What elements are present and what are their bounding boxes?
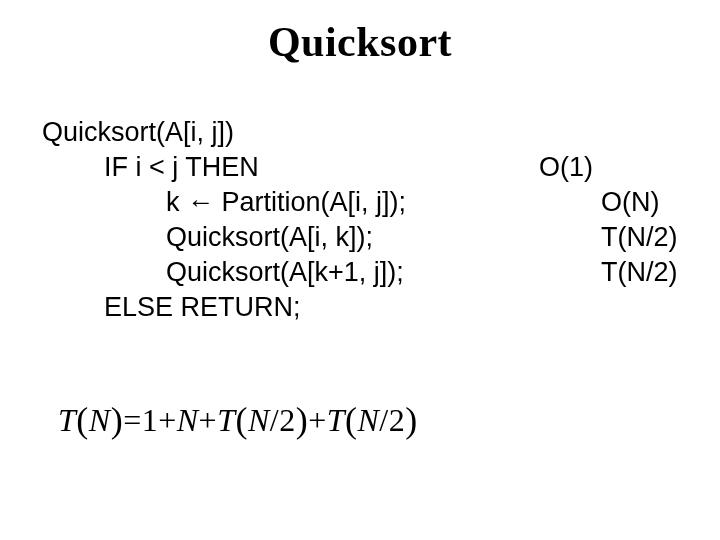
cost-text: O(N) <box>601 185 682 220</box>
formula-term: N <box>177 402 199 438</box>
code-line: ELSE RETURN; <box>42 290 682 325</box>
code-text: IF i < j THEN <box>42 150 539 185</box>
code-line: Quicksort(A[i, k]); T(N/2) <box>42 220 682 255</box>
code-text: ELSE RETURN; <box>42 290 539 325</box>
code-text: Quicksort(A[i, j]) <box>42 115 477 150</box>
code-line: Quicksort(A[i, j]) <box>42 115 682 150</box>
code-line: Quicksort(A[k+1, j]); T(N/2) <box>42 255 682 290</box>
formula-lhs-var: T <box>58 402 76 438</box>
code-text: Quicksort(A[i, k]); <box>42 220 601 255</box>
code-line: IF i < j THEN O(1) <box>42 150 682 185</box>
code-line: k ← Partition(A[i, j]); O(N) <box>42 185 682 220</box>
code-text: Quicksort(A[k+1, j]); <box>42 255 601 290</box>
formula-term: 1 <box>142 402 159 438</box>
cost-text: T(N/2) <box>601 220 682 255</box>
slide: Quicksort Quicksort(A[i, j]) IF i < j TH… <box>0 0 720 540</box>
pseudocode-block: Quicksort(A[i, j]) IF i < j THEN O(1) k … <box>42 115 682 326</box>
cost-text: T(N/2) <box>601 255 682 290</box>
code-text: k ← Partition(A[i, j]); <box>42 185 601 220</box>
cost-text: O(1) <box>539 150 682 185</box>
slide-title: Quicksort <box>0 18 720 66</box>
formula-lhs-arg: N <box>89 402 111 438</box>
recurrence-formula: T(N)=1+N+T(N/2)+T(N/2) <box>58 398 418 440</box>
